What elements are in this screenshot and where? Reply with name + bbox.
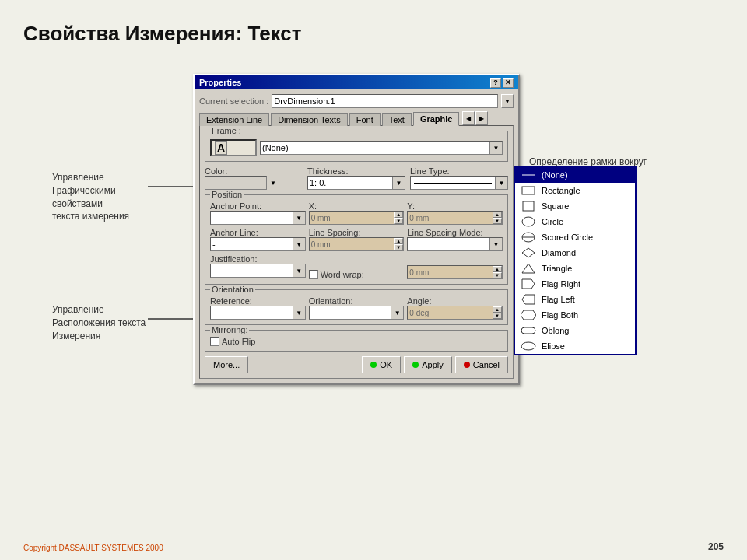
shape-item-rectangle[interactable]: Rectangle — [515, 183, 635, 198]
shape-item-circle[interactable]: Circle — [515, 214, 635, 229]
thickness-dropdown[interactable]: 1: 0. ▼ — [307, 176, 405, 190]
selection-dropdown-btn[interactable]: ▼ — [501, 94, 514, 108]
shape-item-flag-left[interactable]: Flag Left — [515, 292, 635, 307]
svg-marker-13 — [521, 310, 536, 320]
ww-up[interactable]: ▲ — [493, 266, 502, 272]
frame-section-label: Frame : — [210, 126, 243, 135]
angle-spinner[interactable]: ▲ ▼ — [407, 306, 503, 320]
frame-shape-dropdown-popup: (None) Rectangle Square Circle Scored Ci… — [514, 166, 637, 355]
copyright: Copyright DASSAULT SYSTEMES 2000 — [23, 544, 163, 552]
color-label: Color: — [205, 166, 303, 176]
tab-font[interactable]: Font — [349, 113, 381, 126]
shape-item-diamond[interactable]: Diamond — [515, 245, 635, 261]
shape-circle-icon — [520, 215, 537, 228]
justification-label: Justification: — [210, 254, 306, 264]
linetype-dropdown-arrow[interactable]: ▼ — [495, 177, 507, 189]
tab-scroll-right[interactable]: ▶ — [475, 111, 488, 125]
thickness-label: Thickness: — [307, 166, 405, 176]
tab-content-graphic: Frame : A (None) ▼ Color: — [199, 125, 514, 379]
shape-item-scored-circle[interactable]: Scored Circle — [515, 229, 635, 245]
shape-item-ellipse[interactable]: Elipse — [515, 338, 635, 354]
shape-flag-right-icon — [520, 278, 537, 290]
x-spinner[interactable]: ▲ ▼ — [309, 211, 405, 225]
ww-down[interactable]: ▼ — [493, 272, 502, 278]
tab-scroll-left[interactable]: ◀ — [462, 111, 475, 125]
line-spacing-mode-arrow[interactable]: ▼ — [489, 238, 502, 250]
orientation-dropdown[interactable]: ▼ — [309, 306, 405, 320]
word-wrap-spinner[interactable]: ▲ ▼ — [407, 265, 503, 279]
tab-text[interactable]: Text — [382, 113, 412, 126]
auto-flip-label: Auto Flip — [222, 337, 255, 346]
justification-arrow[interactable]: ▼ — [293, 264, 305, 277]
y-spinner[interactable]: ▲ ▼ — [407, 211, 503, 225]
anchor-point-arrow[interactable]: ▼ — [293, 212, 305, 224]
y-up[interactable]: ▲ — [493, 212, 502, 218]
ls-up[interactable]: ▲ — [394, 238, 403, 244]
anchor-line-label: Anchor Line: — [210, 228, 306, 237]
anchor-point-label: Anchor Point: — [210, 201, 306, 211]
x-up[interactable]: ▲ — [394, 212, 403, 218]
shape-item-triangle[interactable]: Triangle — [515, 261, 635, 276]
line-spacing-mode-dropdown[interactable]: ▼ — [407, 237, 503, 251]
shape-item-flag-both[interactable]: Flag Both — [515, 307, 635, 323]
color-swatch[interactable] — [205, 176, 267, 190]
anchor-line-arrow[interactable]: ▼ — [293, 238, 305, 250]
orientation-label: Orientation: — [309, 296, 405, 306]
thickness-dropdown-arrow[interactable]: ▼ — [392, 177, 405, 189]
svg-rect-14 — [521, 327, 535, 334]
shape-scored-circle-icon — [520, 231, 537, 243]
font-selector[interactable]: A — [210, 139, 257, 156]
annotation-graphic: Управление Графическими свойствами текст… — [52, 171, 129, 223]
close-button[interactable]: ✕ — [503, 78, 514, 88]
y-down[interactable]: ▼ — [493, 218, 502, 224]
page-title: Свойства Измерения: Текст — [23, 22, 301, 46]
shape-item-square[interactable]: Square — [515, 198, 635, 214]
tab-graphic[interactable]: Graphic — [413, 112, 460, 126]
orientation-arrow[interactable]: ▼ — [391, 306, 403, 319]
linetype-label: Line Type: — [410, 166, 508, 176]
properties-dialog: Properties ? ✕ Current selection : ▼ Ext… — [193, 74, 520, 385]
anchor-line-dropdown[interactable]: - ▼ — [210, 237, 306, 251]
frame-dropdown-arrow[interactable]: ▼ — [489, 142, 502, 154]
help-button[interactable]: ? — [490, 78, 501, 88]
shape-square-icon — [520, 200, 537, 212]
apply-button[interactable]: Apply — [404, 356, 452, 373]
more-button[interactable]: More... — [205, 356, 248, 373]
svg-marker-11 — [522, 279, 535, 289]
cancel-dot — [464, 362, 470, 368]
line-spacing-spinner[interactable]: ▲ ▼ — [309, 237, 405, 251]
line-spacing-mode-label: Line Spacing Mode: — [407, 228, 503, 237]
ok-button[interactable]: OK — [362, 356, 401, 373]
line-spacing-label: Line Spacing: — [309, 228, 405, 237]
x-down[interactable]: ▼ — [394, 218, 403, 224]
linetype-box[interactable]: ▼ — [410, 176, 508, 190]
auto-flip-checkbox[interactable] — [210, 337, 219, 346]
shape-flag-left-icon — [520, 293, 537, 306]
anchor-point-dropdown[interactable]: - ▼ — [210, 211, 306, 225]
angle-up[interactable]: ▲ — [493, 306, 502, 313]
shape-oblong-icon — [520, 324, 537, 337]
reference-arrow[interactable]: ▼ — [293, 306, 305, 319]
shape-item-flag-right[interactable]: Flag Right — [515, 276, 635, 292]
frame-dropdown[interactable]: (None) ▼ — [260, 141, 503, 155]
svg-marker-9 — [522, 248, 535, 257]
frame-section: Frame : A (None) ▼ — [205, 131, 508, 162]
current-selection-input[interactable] — [272, 94, 498, 108]
reference-dropdown[interactable]: ▼ — [210, 306, 306, 320]
angle-down[interactable]: ▼ — [493, 313, 502, 319]
svg-rect-4 — [522, 187, 535, 194]
auto-flip-check[interactable]: Auto Flip — [210, 337, 503, 346]
color-dropdown-arrow[interactable]: ▼ — [267, 176, 279, 190]
shape-item-none[interactable]: (None) — [515, 167, 635, 183]
ls-down[interactable]: ▼ — [394, 244, 403, 250]
shape-triangle-icon — [520, 262, 537, 275]
justification-dropdown[interactable]: ▼ — [210, 264, 306, 278]
word-wrap-check[interactable]: Word wrap: — [309, 270, 364, 279]
tab-extension-line[interactable]: Extension Line — [199, 113, 269, 126]
shape-item-oblong[interactable]: Oblong — [515, 323, 635, 338]
angle-label: Angle: — [407, 296, 503, 306]
word-wrap-checkbox[interactable] — [309, 270, 318, 279]
cancel-button[interactable]: Cancel — [455, 356, 508, 373]
tab-dimension-texts[interactable]: Dimension Texts — [271, 113, 348, 126]
apply-dot — [412, 362, 419, 368]
